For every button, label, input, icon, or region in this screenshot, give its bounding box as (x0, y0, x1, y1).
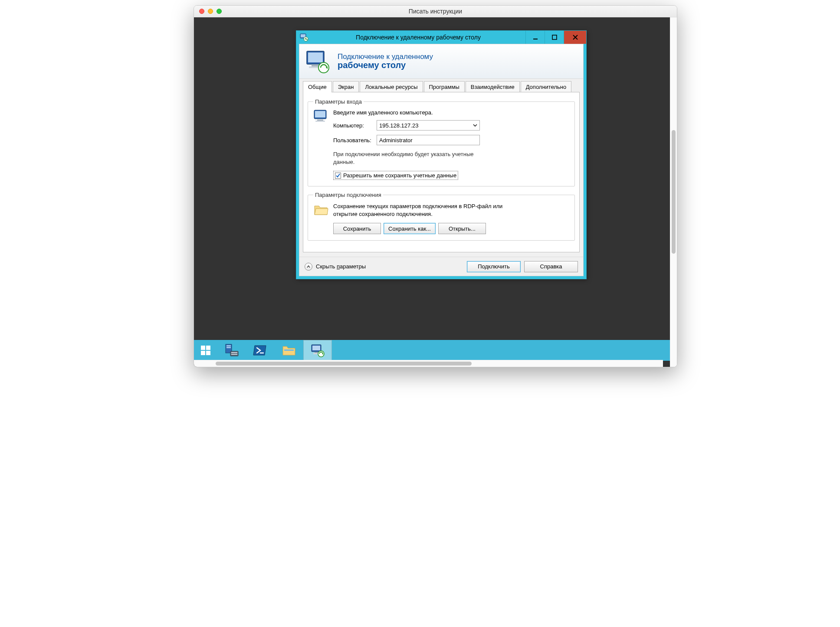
explorer-icon (282, 344, 296, 357)
taskbar-server-manager[interactable] (217, 340, 246, 361)
taskbar-powershell[interactable] (246, 340, 275, 361)
tabstrip: Общие Экран Локальные ресурсы Программы … (303, 81, 580, 92)
taskbar-explorer[interactable] (275, 340, 303, 361)
computer-combobox[interactable]: 195.128.127.23 (377, 120, 480, 131)
host-horizontal-scrollbar[interactable] (194, 360, 663, 367)
user-label: Пользователь: (333, 137, 377, 144)
rdp-icon (310, 343, 325, 357)
svg-rect-13 (315, 121, 325, 122)
tab-panel-general: Параметры входа (303, 92, 580, 252)
start-button[interactable] (194, 340, 217, 361)
credentials-note: При подключении необходимо будет указать… (333, 150, 489, 166)
login-instruction: Введите имя удаленного компьютера. (333, 109, 569, 116)
host-window-title: Писать инструкции (194, 8, 677, 15)
svg-rect-4 (552, 35, 557, 39)
taskbar-rdp[interactable] (303, 340, 332, 361)
svg-rect-26 (312, 346, 320, 350)
rdp-titlebar[interactable]: Подключение к удаленному рабочему столу (296, 31, 586, 44)
connect-button[interactable]: Подключить (467, 261, 521, 272)
rdp-footer: Скрыть параметры Подключить Справка (299, 257, 583, 276)
minimize-button[interactable] (525, 31, 545, 44)
save-as-button[interactable]: Сохранить как... (384, 223, 436, 234)
computer-icon (313, 109, 333, 180)
svg-rect-11 (315, 111, 325, 118)
chevron-up-icon (305, 263, 312, 271)
tab-local-resources[interactable]: Локальные ресурсы (360, 81, 423, 92)
computer-label: Компьютер: (333, 122, 377, 129)
svg-rect-19 (226, 345, 231, 346)
tab-display[interactable]: Экран (333, 81, 359, 92)
maximize-icon (552, 35, 557, 40)
svg-rect-14 (201, 346, 205, 350)
svg-rect-15 (206, 346, 210, 350)
hide-options-label: Скрыть параметры (316, 263, 366, 270)
rdp-banner-icon (305, 49, 331, 74)
login-settings-legend: Параметры входа (313, 98, 364, 105)
close-icon (572, 34, 578, 40)
svg-rect-23 (231, 354, 237, 355)
windows-taskbar (194, 340, 670, 361)
svg-rect-3 (533, 39, 538, 39)
rdp-banner-line1: Подключение к удаленному (338, 52, 433, 61)
connection-note: Сохранение текущих параметров подключени… (333, 202, 520, 218)
server-manager-icon (224, 343, 239, 357)
svg-rect-12 (317, 120, 323, 121)
svg-rect-21 (230, 351, 238, 356)
scrollbar-thumb[interactable] (672, 130, 676, 254)
host-vertical-scrollbar[interactable] (670, 17, 677, 367)
powershell-icon (253, 344, 268, 357)
svg-rect-1 (301, 34, 305, 37)
minimize-icon (533, 35, 538, 40)
user-input[interactable]: Administrator (377, 135, 480, 145)
svg-rect-20 (226, 347, 231, 348)
tab-general[interactable]: Общие (303, 81, 332, 92)
windows-icon (200, 345, 211, 356)
rdp-banner: Подключение к удаленному рабочему столу (299, 44, 583, 79)
chevron-down-icon (473, 123, 477, 127)
connection-settings-legend: Параметры подключения (313, 192, 383, 198)
help-button[interactable]: Справка (524, 261, 578, 272)
save-button[interactable]: Сохранить (333, 223, 381, 234)
windows-desktop: Подключение к удаленному рабочему столу (194, 17, 670, 367)
folder-icon (313, 202, 333, 234)
rdp-title-icon (300, 33, 308, 42)
svg-rect-17 (206, 351, 210, 355)
open-button[interactable]: Открыть... (438, 223, 486, 234)
rdp-banner-line2: рабочему столу (338, 60, 433, 70)
user-value: Administrator (379, 137, 413, 144)
computer-value: 195.128.127.23 (379, 122, 418, 129)
maximize-button[interactable] (545, 31, 564, 44)
svg-rect-22 (231, 352, 237, 353)
svg-rect-24 (284, 349, 294, 351)
rdp-window: Подключение к удаленному рабочему столу (296, 30, 587, 279)
host-titlebar: Писать инструкции (194, 6, 677, 17)
checkbox-icon (335, 173, 341, 179)
host-window: Писать инструкции (194, 5, 677, 367)
svg-rect-16 (201, 351, 205, 355)
scrollbar-thumb[interactable] (216, 362, 472, 366)
connection-settings-group: Параметры подключения (308, 192, 575, 241)
svg-rect-6 (308, 52, 323, 62)
tab-programs[interactable]: Программы (424, 81, 465, 92)
close-button[interactable] (564, 31, 586, 44)
hide-options-toggle[interactable]: Скрыть параметры (305, 263, 366, 271)
save-credentials-label: Разрешить мне сохранять учетные данные (343, 172, 456, 179)
tab-experience[interactable]: Взаимодействие (466, 81, 520, 92)
tab-advanced[interactable]: Дополнительно (521, 81, 572, 92)
login-settings-group: Параметры входа (308, 98, 575, 186)
save-credentials-checkbox[interactable]: Разрешить мне сохранять учетные данные (333, 171, 458, 180)
svg-rect-7 (312, 65, 319, 66)
rdp-window-title: Подключение к удаленному рабочему столу (311, 34, 525, 41)
